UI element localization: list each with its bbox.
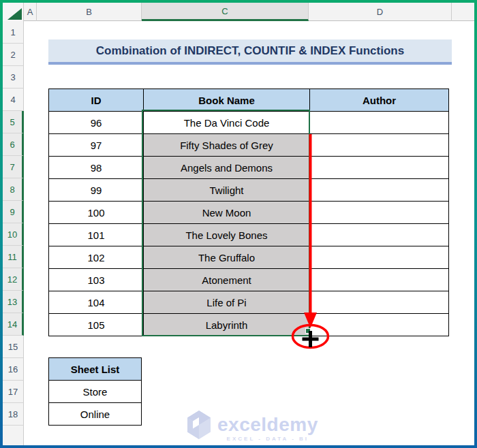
row-header[interactable]: 17 — [3, 381, 24, 403]
cell-id[interactable]: 97 — [49, 134, 144, 157]
table-row: 99 Twilight — [49, 179, 449, 202]
row-header[interactable]: 6 — [3, 133, 24, 156]
sheet-list-item[interactable]: Store — [49, 381, 142, 403]
cell-book-selected[interactable]: Twilight — [144, 179, 310, 202]
table-row: 98 Angels and Demons — [49, 157, 449, 179]
table-row: 97 Fifty Shades of Grey — [49, 134, 449, 157]
cell-id[interactable]: 105 — [49, 314, 144, 336]
cell-book-selected[interactable]: New Moon — [144, 202, 310, 224]
row-header[interactable]: 11 — [3, 246, 24, 268]
cell-book-selected[interactable]: Atonement — [144, 269, 310, 291]
row-header[interactable]: 1 — [3, 21, 24, 44]
column-header-c[interactable]: C — [142, 3, 309, 21]
header-cell-author[interactable]: Author — [310, 89, 449, 112]
annotation-overlay — [286, 129, 340, 353]
exceldemy-logo-icon — [185, 410, 213, 440]
table-row: 102 The Gruffalo — [49, 246, 449, 269]
column-header-partial[interactable] — [452, 3, 474, 21]
select-all-button[interactable] — [3, 3, 24, 21]
sheet-list-header[interactable]: Sheet List — [49, 358, 142, 381]
cell-id[interactable]: 102 — [49, 246, 144, 269]
cell-id[interactable]: 96 — [49, 112, 144, 134]
cell-id[interactable]: 103 — [49, 269, 144, 291]
row-header[interactable]: 15 — [3, 336, 24, 358]
select-all-triangle-icon — [7, 8, 22, 20]
table-row: 104 Life of Pi — [49, 291, 449, 314]
row-header[interactable]: 3 — [3, 66, 24, 89]
row-header[interactable]: 5 — [3, 111, 24, 133]
watermark: exceldemy EXCEL - DATA - BI — [185, 410, 318, 442]
cell-book-selected[interactable]: Labyrinth — [144, 314, 310, 336]
row-header[interactable]: 10 — [3, 223, 24, 246]
row-header-partial[interactable] — [3, 426, 24, 445]
cell-id[interactable]: 100 — [49, 202, 144, 224]
row-header[interactable]: 8 — [3, 178, 24, 201]
row-header[interactable]: 7 — [3, 156, 24, 178]
row-header[interactable]: 12 — [3, 268, 24, 291]
header-cell-book-name[interactable]: Book Name — [144, 89, 310, 112]
cell-id[interactable]: 99 — [49, 179, 144, 202]
title-banner-cell[interactable]: Combination of INDIRECT, COUNTIF & INDEX… — [48, 39, 452, 65]
row-header[interactable]: 9 — [3, 201, 24, 223]
row-header[interactable]: 16 — [3, 358, 24, 381]
column-header-d[interactable]: D — [309, 3, 452, 21]
table-header-row: ID Book Name Author — [49, 89, 449, 112]
sheet-list-table: Sheet List Store Online — [48, 357, 142, 426]
row-header[interactable]: 4 — [3, 89, 24, 111]
table-row: 101 The Lovely Bones — [49, 224, 449, 246]
column-header-a[interactable]: A — [24, 3, 37, 21]
fill-handle-cursor-icon — [303, 331, 319, 347]
table-row: 103 Atonement — [49, 269, 449, 291]
cell-id[interactable]: 98 — [49, 157, 144, 179]
row-header[interactable]: 18 — [3, 403, 24, 426]
row-header[interactable]: 2 — [3, 44, 24, 66]
cell-book-active[interactable]: The Da Vinci Code — [144, 112, 310, 134]
header-cell-id[interactable]: ID — [49, 89, 144, 112]
cell-book-selected[interactable]: Fifty Shades of Grey — [144, 134, 310, 157]
column-header-band: A B C D — [3, 3, 474, 21]
row-header[interactable]: 14 — [3, 313, 24, 336]
table-row: 105 Labyrinth — [49, 314, 449, 336]
spreadsheet-area: A B C D 1 2 3 4 5 6 7 8 9 10 11 12 13 14… — [3, 3, 474, 445]
cell-book-selected[interactable]: The Lovely Bones — [144, 224, 310, 246]
column-header-b[interactable]: B — [37, 3, 142, 21]
watermark-brand: exceldemy — [217, 415, 318, 434]
table-row: 100 New Moon — [49, 202, 449, 224]
screenshot-frame: A B C D 1 2 3 4 5 6 7 8 9 10 11 12 13 14… — [0, 0, 477, 448]
cell-book-selected[interactable]: Angels and Demons — [144, 157, 310, 179]
watermark-tagline: EXCEL - DATA - BI — [227, 436, 309, 442]
book-table: ID Book Name Author 96 The Da Vinci Code… — [48, 89, 449, 336]
sheet-list-item[interactable]: Online — [49, 403, 142, 426]
cell-book-selected[interactable]: The Gruffalo — [144, 246, 310, 269]
cell-id[interactable]: 101 — [49, 224, 144, 246]
cell-id[interactable]: 104 — [49, 291, 144, 314]
page-title: Combination of INDIRECT, COUNTIF & INDEX… — [96, 44, 404, 58]
table-row: 96 The Da Vinci Code — [49, 112, 449, 134]
row-header[interactable]: 13 — [3, 291, 24, 313]
cell-book-selected[interactable]: Life of Pi — [144, 291, 310, 314]
